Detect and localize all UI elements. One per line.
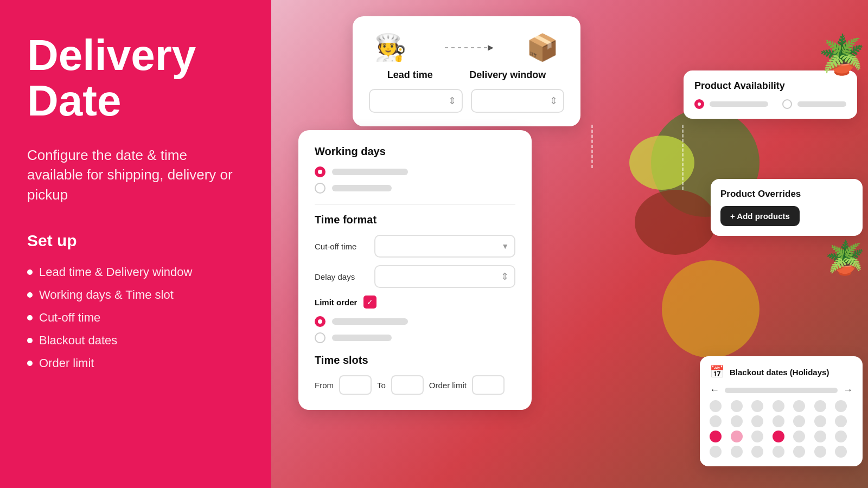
radio-active[interactable]: [315, 166, 326, 177]
delay-days-row[interactable]: Delay days ⇕: [315, 265, 515, 288]
delay-label: Delay days: [315, 272, 366, 281]
cal-dot[interactable]: [814, 446, 826, 458]
radio-bar: [332, 318, 408, 325]
cutoff-time-row[interactable]: Cut-off time ▼: [315, 235, 515, 258]
next-month-button[interactable]: →: [843, 384, 853, 396]
stepper-icon: ⇕: [550, 95, 558, 107]
dashed-line: [591, 125, 593, 168]
add-products-button[interactable]: + Add products: [720, 206, 800, 226]
delivery-window-label: Delivery window: [469, 69, 546, 81]
cal-dot[interactable]: [773, 400, 784, 412]
list-item: Order limit: [27, 352, 244, 375]
cal-dot[interactable]: [814, 431, 826, 442]
stepper-icon: ⇕: [501, 271, 509, 282]
cal-dot-range[interactable]: [731, 431, 743, 442]
cal-dot[interactable]: [731, 415, 743, 427]
cal-dot[interactable]: [751, 400, 763, 412]
bullet-icon: [27, 361, 33, 366]
limit-order-label: Limit order: [315, 298, 357, 307]
delay-input[interactable]: ⇕: [374, 265, 515, 288]
time-slots-title: Time slots: [315, 354, 515, 367]
calendar-icon: 📅: [710, 365, 724, 379]
pa-radio-active[interactable]: [694, 99, 704, 109]
order-limit-input[interactable]: [472, 375, 505, 395]
cal-dot[interactable]: [835, 431, 847, 442]
prev-month-button[interactable]: ←: [710, 384, 719, 396]
cal-dot[interactable]: [793, 400, 805, 412]
cal-dot[interactable]: [814, 415, 826, 427]
veg-blob: [635, 190, 716, 255]
cal-dot[interactable]: [814, 400, 826, 412]
radio-empty[interactable]: [315, 183, 326, 194]
cal-dot[interactable]: [773, 415, 784, 427]
working-days-radio-group[interactable]: [315, 166, 515, 194]
timeslot-row[interactable]: From To Order limit: [315, 375, 515, 395]
lead-delivery-card: 🧑‍🍳 📦 Lead time Delivery window ⇕ ⇕: [353, 16, 580, 126]
to-label: To: [377, 381, 386, 390]
timeslots-section: Time slots From To Order limit: [315, 354, 515, 395]
cal-dot[interactable]: [710, 446, 722, 458]
limit-option-1[interactable]: [315, 316, 515, 327]
veg-blob: [662, 260, 760, 358]
divider: [315, 204, 515, 205]
cal-dot[interactable]: [835, 415, 847, 427]
cal-dot[interactable]: [773, 446, 784, 458]
blackout-header: 📅 Blackout dates (Holidays): [710, 365, 853, 379]
dropdown-arrow-icon: ▼: [501, 242, 509, 251]
lead-time-input[interactable]: ⇕: [369, 89, 463, 113]
right-panel: 🪴 🪴 🧑‍🍳 📦 Lead time Delivery window ⇕ ⇕ …: [271, 0, 868, 488]
cal-dot[interactable]: [751, 446, 763, 458]
cal-dot[interactable]: [731, 446, 743, 458]
radio-empty[interactable]: [315, 332, 326, 343]
pa-radio-empty[interactable]: [782, 99, 792, 109]
from-input[interactable]: [339, 375, 372, 395]
page-title: Delivery Date: [27, 33, 244, 124]
product-availability-options[interactable]: [694, 99, 846, 109]
cal-dot[interactable]: [835, 400, 847, 412]
cal-dot-selected[interactable]: [773, 431, 784, 442]
blackout-nav[interactable]: ← →: [710, 384, 853, 396]
cal-dot[interactable]: [793, 415, 805, 427]
cutoff-input[interactable]: ▼: [374, 235, 515, 258]
radio-active[interactable]: [315, 316, 326, 327]
bullet-icon: [27, 315, 33, 320]
product-availability-title: Product Availability: [694, 80, 846, 92]
lead-delivery-inputs[interactable]: ⇕ ⇕: [369, 89, 564, 113]
product-overrides-card: Product Overrides + Add products: [711, 179, 863, 236]
arrow-icon: [412, 47, 521, 48]
pa-bar: [710, 101, 768, 107]
limit-order-radio-group[interactable]: [315, 316, 515, 343]
cal-dot[interactable]: [751, 415, 763, 427]
cal-dot[interactable]: [751, 431, 763, 442]
plant-decoration-mid: 🪴: [825, 239, 865, 277]
cal-dot[interactable]: [731, 400, 743, 412]
cal-dot[interactable]: [710, 400, 722, 412]
to-input[interactable]: [391, 375, 424, 395]
working-days-option-2[interactable]: [315, 183, 515, 194]
working-days-card: Working days Time format Cut-off time ▼ …: [298, 130, 532, 410]
lead-time-icon: 🧑‍🍳: [369, 33, 412, 63]
limit-order-checkbox[interactable]: ✓: [363, 296, 376, 309]
lead-time-label: Lead time: [387, 69, 433, 81]
blackout-title: Blackout dates (Holidays): [730, 368, 829, 377]
veg-blob: [629, 136, 694, 190]
limit-order-row[interactable]: Limit order ✓: [315, 296, 515, 309]
product-overrides-title: Product Overrides: [720, 189, 853, 200]
calendar-grid: [710, 400, 853, 458]
left-panel: Delivery Date Configure the date & time …: [0, 0, 271, 488]
page-subtitle: Configure the date & time available for …: [27, 145, 244, 204]
working-days-option-1[interactable]: [315, 166, 515, 177]
stepper-icon: ⇕: [448, 95, 456, 107]
cal-dot[interactable]: [710, 415, 722, 427]
cal-dot[interactable]: [793, 431, 805, 442]
cal-dot[interactable]: [835, 446, 847, 458]
list-item: Working days & Time slot: [27, 284, 244, 306]
working-days-title: Working days: [315, 145, 515, 158]
cal-dot-selected[interactable]: [710, 431, 722, 442]
limit-option-2[interactable]: [315, 332, 515, 343]
pa-bar: [797, 101, 846, 107]
time-format-title: Time format: [315, 214, 515, 226]
bullet-icon: [27, 338, 33, 343]
delivery-window-input[interactable]: ⇕: [471, 89, 565, 113]
cal-dot[interactable]: [793, 446, 805, 458]
